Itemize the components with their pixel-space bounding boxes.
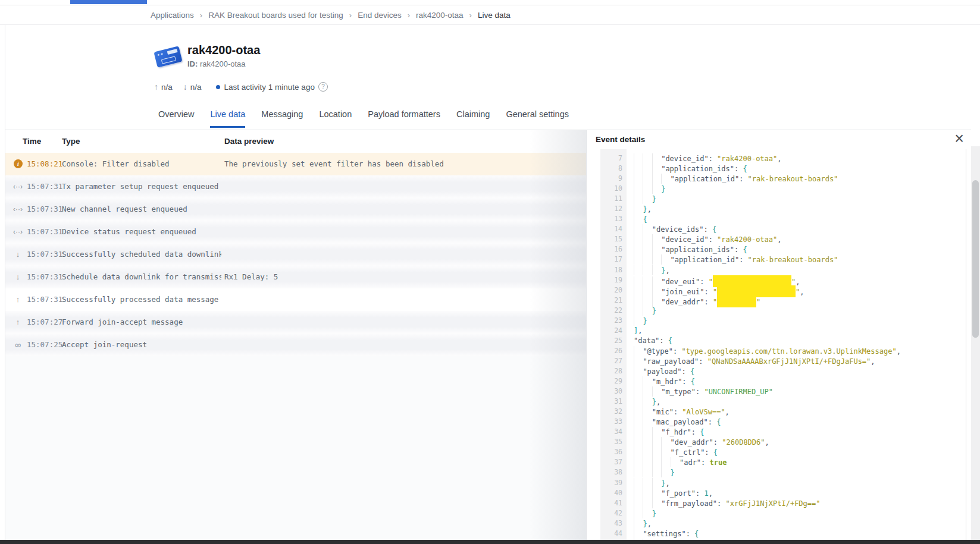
indent-guide	[634, 306, 643, 316]
indent-guide	[634, 437, 643, 447]
indent-guide	[634, 508, 643, 518]
line-number: 36	[600, 447, 627, 457]
indent-guide	[634, 498, 643, 508]
breadcrumb-item[interactable]: End devices	[358, 11, 402, 20]
uplink-icon: ↑	[11, 288, 24, 311]
line-number: 26	[600, 346, 627, 356]
indent-guide	[643, 397, 652, 407]
uplink-arrow-icon: ↑	[154, 82, 158, 92]
indent-guide	[652, 163, 661, 174]
code-line: 12},	[600, 204, 966, 214]
tab-general-settings[interactable]: General settings	[506, 109, 569, 128]
code-line: 18},	[600, 265, 966, 275]
indent-guide	[661, 447, 670, 457]
event-row[interactable]: ‹··›15:07:31New channel request enqueued	[5, 198, 586, 221]
tab-payload-formatters[interactable]: Payload formatters	[368, 109, 440, 128]
indent-guide	[652, 234, 661, 244]
close-icon[interactable]: ×	[954, 130, 964, 148]
vertical-scrollbar[interactable]	[971, 146, 980, 540]
code-line: 32"mic": "AloVSw==",	[600, 407, 966, 417]
event-type: New channel request enqueued	[62, 198, 221, 221]
event-row[interactable]: ‹··›15:07:31Device status request enqueu…	[5, 221, 586, 243]
breadcrumb-item[interactable]: Live data	[478, 11, 511, 20]
breadcrumb-item[interactable]: Applications	[151, 11, 194, 20]
event-row[interactable]: ∞15:07:25Accept join-request	[5, 334, 586, 356]
tab-location[interactable]: Location	[319, 109, 352, 128]
code-line: 19"dev_eui": "",	[600, 275, 966, 285]
device-header: rak4200-otaa ID: rak4200-otaa ↑ n/a ↓ n/…	[5, 26, 980, 130]
event-details-title: Event details	[596, 135, 645, 144]
event-table-body: i15:08:21Console: Filter disabledThe pre…	[5, 153, 586, 540]
indent-guide	[634, 214, 643, 224]
event-row[interactable]: ↑15:07:31Successfully processed data mes…	[5, 288, 586, 311]
indent-guide	[652, 153, 661, 163]
device-id: ID: rak4200-otaa	[187, 59, 246, 68]
activity-status-dot	[216, 85, 220, 89]
breadcrumb-item[interactable]: RAK Breakout boards used for testing	[208, 11, 343, 20]
breadcrumb-separator-icon: ›	[469, 11, 472, 20]
uplink-icon: ↑	[11, 311, 24, 334]
code-line: 28"payload": {	[600, 366, 966, 376]
scrollbar-thumb[interactable]	[972, 180, 979, 338]
indent-guide	[652, 488, 661, 498]
line-number: 37	[600, 457, 627, 467]
code-line: 9"application_id": "rak-breakout-boards"	[600, 174, 966, 184]
indent-guide	[634, 407, 643, 417]
code-line: 44"settings": {	[600, 529, 966, 539]
tab-messaging[interactable]: Messaging	[261, 109, 303, 128]
indent-guide	[661, 174, 670, 184]
tab-claiming[interactable]: Claiming	[456, 109, 490, 128]
join-icon: ∞	[11, 334, 24, 356]
enqueue-icon: ‹··›	[11, 221, 24, 243]
code-line: 31},	[600, 397, 966, 407]
event-type: Successfully processed data message	[62, 288, 221, 311]
line-number: 12	[600, 204, 627, 214]
device-board-icon	[154, 43, 183, 71]
event-row[interactable]: i15:08:21Console: Filter disabledThe pre…	[5, 153, 586, 175]
tab-overview[interactable]: Overview	[158, 109, 194, 128]
indent-guide	[652, 478, 661, 488]
event-type: Tx parameter setup request enqueued	[62, 175, 221, 198]
tab-live-data[interactable]: Live data	[210, 109, 245, 128]
json-code-viewer[interactable]: 7"device_id": "rak4200-otaa",8"applicati…	[600, 149, 966, 540]
event-row[interactable]: ↓15:07:31Schedule data downlink for tran…	[5, 266, 586, 288]
line-number: 43	[600, 518, 627, 529]
indent-guide	[652, 498, 661, 508]
info-icon: i	[14, 159, 23, 168]
line-number: 38	[600, 467, 627, 477]
code-line: 26"@type": "type.googleapis.com/ttn.lora…	[600, 346, 966, 356]
top-strip	[0, 0, 980, 5]
code-line: 7"device_id": "rak4200-otaa",	[600, 153, 966, 163]
line-number: 44	[600, 529, 627, 539]
code-line: 14"device_ids": {	[600, 224, 966, 234]
code-line: 43},	[600, 518, 966, 529]
indent-guide	[643, 194, 652, 204]
indent-guide	[643, 254, 652, 265]
indent-guide	[634, 153, 643, 163]
indent-guide	[634, 356, 643, 366]
event-row[interactable]: ↓15:07:31Successfully scheduled data dow…	[5, 243, 586, 266]
event-type: Schedule data downlink for transmissi…	[62, 266, 221, 288]
code-line: 13{	[600, 214, 966, 224]
code-line: 20"join_eui": "",	[600, 285, 966, 295]
line-number: 27	[600, 356, 627, 366]
indent-guide	[634, 529, 643, 539]
event-data-preview: Rx1 Delay: 5	[224, 266, 581, 288]
indent-guide	[634, 316, 643, 326]
indent-guide	[634, 518, 643, 529]
event-time: 15:07:31	[27, 198, 62, 221]
indent-guide	[634, 204, 643, 214]
event-row[interactable]: ‹··›15:07:31Tx parameter setup request e…	[5, 175, 586, 198]
event-row[interactable]: ↑15:07:27Forward join-accept message	[5, 311, 586, 334]
indent-guide	[652, 427, 661, 437]
line-number: 39	[600, 478, 627, 488]
breadcrumb-item[interactable]: rak4200-otaa	[416, 11, 464, 20]
code-line: 21"dev_addr": ""	[600, 295, 966, 306]
indent-guide	[634, 397, 643, 407]
device-id-value: rak4200-otaa	[200, 59, 246, 68]
uplink-count: n/a	[161, 83, 173, 92]
downlink-arrow-icon: ↓	[183, 82, 187, 92]
event-time: 15:07:25	[27, 334, 62, 356]
help-icon[interactable]: ?	[318, 82, 328, 92]
column-header-type: Type	[62, 130, 80, 153]
